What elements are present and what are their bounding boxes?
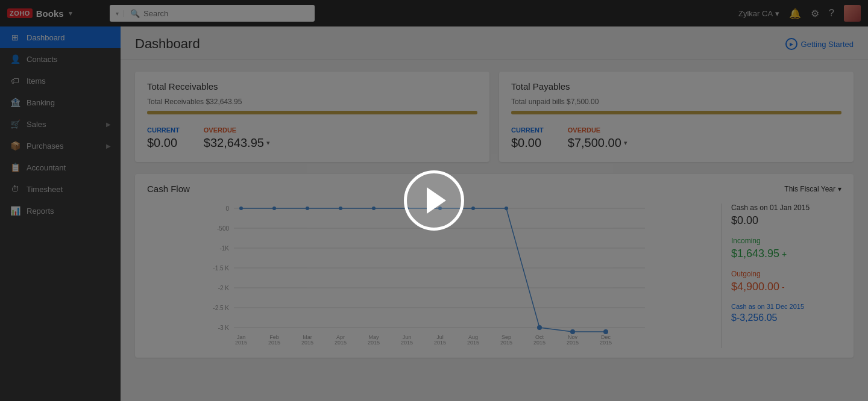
- svg-point-15: [272, 207, 276, 210]
- opening-cash-label: Cash as on 01 Jan 2015: [731, 204, 841, 212]
- notifications-icon[interactable]: 🔔: [789, 8, 801, 19]
- opening-cash-value: $0.00: [731, 214, 841, 227]
- svg-text:2015: 2015: [500, 340, 512, 346]
- total-payables-card: Total Payables Total unpaid bills $7,500…: [499, 72, 854, 162]
- contacts-icon: 👤: [10, 54, 20, 64]
- cashflow-card: Cash Flow This Fiscal Year ▾ 0 -500 -1K …: [135, 174, 854, 358]
- svg-point-21: [471, 207, 475, 210]
- closing-cash-value: $-3,256.05: [731, 312, 841, 323]
- payables-current-label: CURRENT: [511, 126, 544, 134]
- receivables-progress-fill: [147, 111, 477, 114]
- payables-overdue-value: $7,500.00 ▾: [568, 136, 627, 150]
- outgoing-stat: Outgoing $4,900.00: [731, 270, 841, 293]
- sidebar-item-reports[interactable]: 📊 Reports: [0, 200, 121, 222]
- svg-point-24: [570, 329, 575, 334]
- sidebar-label-accountant: Accountant: [27, 163, 66, 172]
- svg-text:2015: 2015: [368, 340, 380, 346]
- sidebar-label-items: Items: [27, 76, 46, 85]
- sidebar-label-dashboard: Dashboard: [27, 33, 65, 42]
- svg-point-18: [372, 207, 376, 210]
- outgoing-label: Outgoing: [731, 270, 841, 278]
- user-avatar[interactable]: [844, 5, 861, 22]
- svg-text:2015: 2015: [335, 340, 347, 346]
- cashflow-stats: Cash as on 01 Jan 2015 $0.00 Incoming $1…: [721, 204, 841, 348]
- logo-caret-icon[interactable]: ▾: [69, 10, 72, 17]
- incoming-label: Incoming: [731, 237, 841, 245]
- sidebar-item-banking[interactable]: 🏦 Banking: [0, 92, 121, 113]
- content-header: Dashboard ▶ Getting Started: [121, 26, 868, 60]
- svg-text:2015: 2015: [235, 340, 247, 346]
- sidebar-item-accountant[interactable]: 📋 Accountant: [0, 157, 121, 178]
- cashflow-title: Cash Flow: [147, 184, 190, 194]
- receivables-current-label: CURRENT: [147, 126, 180, 134]
- payables-subtitle: Total unpaid bills $7,500.00: [511, 98, 841, 106]
- sidebar-label-timesheet: Timesheet: [27, 185, 63, 194]
- sidebar: ⊞ Dashboard 👤 Contacts 🏷 Items 🏦 Banking…: [0, 26, 121, 401]
- sidebar-item-timesheet[interactable]: ⏱ Timesheet: [0, 178, 121, 200]
- svg-text:-2.5 K: -2.5 K: [213, 305, 229, 311]
- play-circle-icon: ▶: [785, 38, 797, 50]
- logo-area[interactable]: ZOHO Books ▾: [7, 8, 110, 19]
- payables-overdue-caret-icon[interactable]: ▾: [624, 139, 627, 147]
- svg-text:-500: -500: [217, 225, 229, 232]
- dashboard-icon: ⊞: [10, 33, 20, 42]
- svg-text:2015: 2015: [467, 340, 479, 346]
- total-receivables-card: Total Receivables Total Receivables $32,…: [135, 72, 489, 162]
- svg-text:2015: 2015: [600, 340, 612, 346]
- sidebar-label-sales: Sales: [27, 120, 46, 129]
- getting-started-label: Getting Started: [801, 40, 854, 49]
- receivables-current: CURRENT $0.00: [147, 126, 180, 150]
- payables-current: CURRENT $0.00: [511, 126, 544, 150]
- svg-text:0: 0: [225, 205, 229, 212]
- receivables-subtitle: Total Receivables $32,643.95: [147, 98, 477, 106]
- dashboard-body: Total Receivables Total Receivables $32,…: [121, 60, 868, 370]
- sidebar-item-dashboard[interactable]: ⊞ Dashboard: [0, 26, 121, 48]
- play-button[interactable]: [404, 170, 464, 231]
- payables-metrics: CURRENT $0.00 OVERDUE $7,500.00 ▾: [511, 126, 841, 150]
- getting-started-button[interactable]: ▶ Getting Started: [785, 38, 854, 50]
- opening-cash-stat: Cash as on 01 Jan 2015 $0.00: [731, 204, 841, 227]
- search-dropdown-icon[interactable]: ▾: [116, 10, 124, 17]
- svg-text:-2 K: -2 K: [218, 285, 230, 291]
- timesheet-icon: ⏱: [10, 184, 20, 194]
- receivables-title: Total Receivables: [147, 81, 477, 92]
- svg-point-16: [306, 207, 309, 210]
- closing-cash-label: Cash as on 31 Dec 2015: [731, 303, 841, 310]
- accountant-icon: 📋: [10, 163, 20, 172]
- search-input[interactable]: [143, 9, 309, 18]
- payables-current-value: $0.00: [511, 136, 544, 150]
- overdue-caret-icon[interactable]: ▾: [266, 139, 270, 147]
- search-icon: 🔍: [130, 9, 140, 18]
- fiscal-year-selector[interactable]: This Fiscal Year ▾: [784, 185, 841, 193]
- payables-overdue-label: OVERDUE: [568, 126, 627, 134]
- outgoing-value: $4,900.00: [731, 281, 841, 293]
- sidebar-item-contacts[interactable]: 👤 Contacts: [0, 48, 121, 70]
- purchases-arrow-icon: ▶: [106, 143, 111, 149]
- sidebar-item-purchases[interactable]: 📦 Purchases ▶: [0, 135, 121, 157]
- payables-overdue: OVERDUE $7,500.00 ▾: [568, 126, 627, 150]
- svg-point-14: [239, 207, 243, 210]
- receivables-overdue: OVERDUE $32,643.95 ▾: [204, 126, 270, 150]
- sidebar-item-sales[interactable]: 🛒 Sales ▶: [0, 113, 121, 135]
- svg-text:2015: 2015: [301, 340, 313, 346]
- search-bar[interactable]: ▾ 🔍: [110, 5, 315, 22]
- svg-text:2015: 2015: [567, 340, 579, 346]
- org-selector[interactable]: Zylkar CA ▾: [738, 9, 779, 18]
- receivables-overdue-label: OVERDUE: [204, 126, 270, 134]
- cashflow-body: 0 -500 -1K -1.5 K -2 K -2.5 K -3 K: [147, 204, 841, 348]
- settings-icon[interactable]: ⚙: [811, 8, 819, 19]
- receivables-progress-bar: [147, 111, 477, 114]
- svg-text:-3 K: -3 K: [218, 325, 230, 331]
- books-logo: Books: [36, 8, 64, 19]
- svg-point-23: [537, 325, 542, 330]
- sidebar-item-items[interactable]: 🏷 Items: [0, 70, 121, 92]
- zoho-logo: ZOHO: [7, 8, 33, 18]
- cards-row: Total Receivables Total Receivables $32,…: [135, 72, 854, 162]
- purchases-icon: 📦: [10, 141, 20, 151]
- svg-text:-1K: -1K: [219, 245, 229, 252]
- svg-point-17: [339, 207, 342, 210]
- payables-progress-fill: [511, 111, 841, 114]
- play-triangle-icon: [427, 187, 446, 214]
- help-icon[interactable]: ?: [829, 8, 834, 19]
- page-title: Dashboard: [135, 36, 200, 52]
